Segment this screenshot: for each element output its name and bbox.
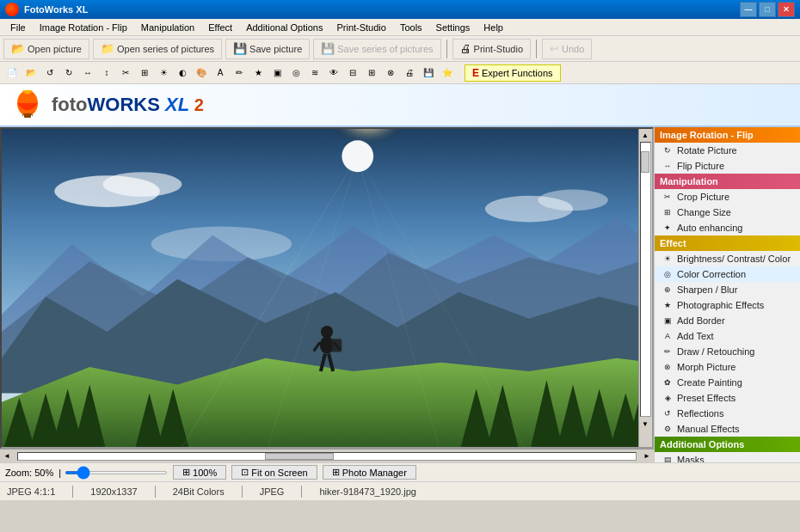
tb2-batch[interactable]: ⊞ bbox=[363, 64, 380, 82]
sidebar-item-add-border[interactable]: ▣ Add Border bbox=[655, 313, 800, 328]
sidebar-item-photo-effects[interactable]: ★ Photographic Effects bbox=[655, 297, 800, 313]
minimize-button[interactable]: — bbox=[740, 2, 757, 17]
menu-file[interactable]: File bbox=[3, 21, 33, 34]
image-view[interactable]: ▲ ▼ bbox=[0, 127, 654, 449]
tb2-print[interactable]: 🖨 bbox=[401, 64, 418, 82]
open-picture-button[interactable]: 📂 Open picture bbox=[3, 39, 89, 59]
scroll-up-button[interactable]: ▲ bbox=[639, 129, 651, 141]
tb2-effects[interactable]: ★ bbox=[249, 64, 267, 82]
tb2-flip-v[interactable]: ↕ bbox=[98, 64, 115, 82]
menu-rotation[interactable]: Image Rotation - Flip bbox=[33, 21, 134, 34]
menu-help[interactable]: Help bbox=[477, 21, 510, 34]
status-filename: hiker-918473_1920.jpg bbox=[319, 486, 416, 497]
tb2-star[interactable]: ⭐ bbox=[439, 64, 456, 82]
window-controls[interactable]: — □ ✕ bbox=[740, 2, 795, 17]
sidebar-item-auto-enhance[interactable]: ✦ Auto enhancing bbox=[655, 220, 800, 235]
print-studio-button[interactable]: 🖨 Print-Studio bbox=[452, 39, 531, 59]
morph-icon: ⊗ bbox=[662, 361, 674, 373]
maximize-button[interactable]: □ bbox=[759, 2, 776, 17]
zoom-slider[interactable] bbox=[65, 471, 168, 474]
save-series-button[interactable]: 💾 Save series of pictures bbox=[313, 39, 440, 59]
logo-xl: XL bbox=[160, 94, 189, 115]
sidebar-item-change-size[interactable]: ⊞ Change Size bbox=[655, 205, 800, 220]
tb2-morph[interactable]: ⊗ bbox=[382, 64, 399, 82]
tb2-sharpen[interactable]: ◎ bbox=[287, 64, 305, 82]
svg-point-10 bbox=[538, 190, 608, 211]
tb2-text[interactable]: A bbox=[212, 64, 229, 82]
photo-manager-icon: ⊞ bbox=[332, 467, 340, 478]
save-picture-button[interactable]: 💾 Save picture bbox=[225, 39, 310, 59]
tb2-save[interactable]: 💾 bbox=[420, 64, 437, 82]
expert-functions-button[interactable]: E Expert Functions bbox=[465, 64, 561, 82]
tb2-draw[interactable]: ✏ bbox=[231, 64, 248, 82]
photo-manager-button[interactable]: ⊞ Photo Manager bbox=[323, 465, 416, 480]
sidebar-item-preset[interactable]: ◈ Preset Effects bbox=[655, 390, 800, 406]
expert-icon: E bbox=[472, 67, 479, 79]
sidebar-item-reflections[interactable]: ↺ Reflections bbox=[655, 406, 800, 421]
sidebar-item-brightness[interactable]: ☀ Brightness/ Contrast/ Color bbox=[655, 251, 800, 266]
logo-works: WORKS bbox=[88, 94, 160, 115]
preset-icon: ◈ bbox=[662, 392, 674, 404]
photo-effects-icon: ★ bbox=[662, 299, 674, 311]
sidebar-item-morph[interactable]: ⊗ Morph Picture bbox=[655, 359, 800, 375]
tb2-collage[interactable]: ⊟ bbox=[344, 64, 361, 82]
save-icon: 💾 bbox=[233, 42, 247, 55]
sidebar-item-crop[interactable]: ✂ Crop Picture bbox=[655, 189, 800, 205]
tb2-new[interactable]: 📄 bbox=[3, 64, 21, 82]
logo-foto: foto bbox=[52, 94, 88, 115]
sidebar-item-flip-picture[interactable]: ↔ Flip Picture bbox=[655, 158, 800, 174]
painting-icon: ✿ bbox=[662, 376, 674, 388]
logo-version: 2 bbox=[189, 95, 204, 114]
sidebar-header-rotation[interactable]: Image Rotation - Flip bbox=[655, 127, 800, 143]
tb2-red-eye[interactable]: 👁 bbox=[325, 64, 342, 82]
svg-point-8 bbox=[102, 172, 182, 197]
sidebar-item-manual[interactable]: ⚙ Manual Effects bbox=[655, 421, 800, 437]
sidebar-item-painting[interactable]: ✿ Create Painting bbox=[655, 375, 800, 390]
sidebar-item-draw[interactable]: ✏ Draw / Retouching bbox=[655, 344, 800, 359]
menu-manipulation[interactable]: Manipulation bbox=[134, 21, 201, 34]
sidebar-header-manipulation[interactable]: Manipulation bbox=[655, 174, 800, 189]
undo-icon: ↩ bbox=[550, 42, 559, 55]
close-button[interactable]: ✕ bbox=[778, 2, 795, 17]
scroll-down-button[interactable]: ▼ bbox=[639, 418, 651, 430]
tb2-border[interactable]: ▣ bbox=[268, 64, 286, 82]
sidebar-item-masks[interactable]: ▤ Masks bbox=[655, 452, 800, 462]
tb2-open[interactable]: 📂 bbox=[22, 64, 40, 82]
sidebar-header-additional[interactable]: Additional Options bbox=[655, 437, 800, 452]
zoom-100-button[interactable]: ⊞ 100% bbox=[173, 465, 226, 480]
vertical-scrollbar[interactable]: ▲ ▼ bbox=[638, 129, 652, 447]
horizontal-scrollbar[interactable]: ◄ ► bbox=[0, 449, 654, 462]
sidebar-item-rotate-picture[interactable]: ↻ Rotate Picture bbox=[655, 143, 800, 158]
tb2-rotate-right[interactable]: ↻ bbox=[60, 64, 77, 82]
tb2-resize[interactable]: ⊞ bbox=[136, 64, 153, 82]
tb2-brightness[interactable]: ☀ bbox=[155, 64, 172, 82]
main-toolbar: 📂 Open picture 📁 Open series of pictures… bbox=[0, 36, 800, 62]
sidebar-header-effect[interactable]: Effect bbox=[655, 235, 800, 251]
tb2-contrast[interactable]: ◐ bbox=[174, 64, 191, 82]
open-series-button[interactable]: 📁 Open series of pictures bbox=[93, 39, 222, 59]
scroll-left-button[interactable]: ◄ bbox=[0, 450, 14, 462]
app-icon bbox=[5, 3, 19, 16]
sidebar-item-add-text[interactable]: A Add Text bbox=[655, 328, 800, 344]
tb2-blur[interactable]: ≋ bbox=[306, 64, 323, 82]
sidebar-item-sharpen[interactable]: ⊕ Sharpen / Blur bbox=[655, 282, 800, 297]
tb2-crop[interactable]: ✂ bbox=[117, 64, 134, 82]
scroll-right-button[interactable]: ► bbox=[640, 450, 654, 462]
menu-additional[interactable]: Additional Options bbox=[239, 21, 329, 34]
text-icon: A bbox=[662, 330, 674, 342]
sidebar-item-color-correction[interactable]: ◎ Color Correction bbox=[655, 266, 800, 282]
right-sidebar: Image Rotation - Flip ↻ Rotate Picture ↔… bbox=[654, 127, 800, 462]
undo-button[interactable]: ↩ Undo bbox=[542, 39, 592, 59]
menu-effect[interactable]: Effect bbox=[201, 21, 239, 34]
vscroll-thumb[interactable] bbox=[641, 151, 649, 173]
menu-settings[interactable]: Settings bbox=[429, 21, 477, 34]
hscroll-track[interactable] bbox=[17, 452, 637, 461]
tb2-flip-h[interactable]: ↔ bbox=[79, 64, 96, 82]
fit-on-screen-button[interactable]: ⊡ Fit on Screen bbox=[231, 465, 317, 480]
menu-tools[interactable]: Tools bbox=[393, 21, 429, 34]
menu-print[interactable]: Print-Studio bbox=[329, 21, 392, 34]
vscroll-track[interactable] bbox=[640, 142, 651, 417]
tb2-rotate-left[interactable]: ↺ bbox=[41, 64, 58, 82]
hscroll-thumb[interactable] bbox=[265, 453, 334, 460]
tb2-color[interactable]: 🎨 bbox=[193, 64, 210, 82]
